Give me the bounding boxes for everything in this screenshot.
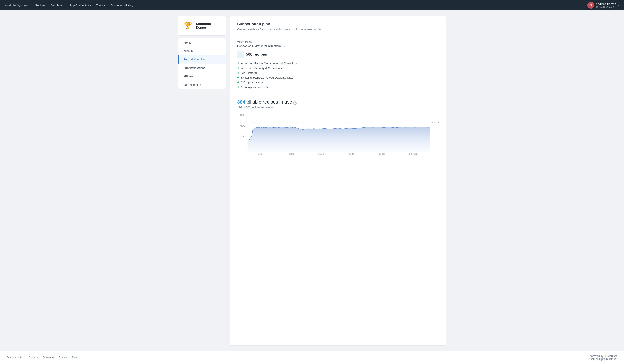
sidebar-item-profile[interactable]: Profile — [178, 38, 226, 47]
plus-icon-2: + — [237, 71, 239, 75]
feature-item-1: + Advanced Security & Compliance — [237, 66, 439, 70]
feature-item-0: + Advanced Recipe Management & Operation… — [237, 61, 439, 66]
navbar-left: workatoSystems Recipes Dashboard App Con… — [5, 3, 133, 7]
sidebar-item-data-retention[interactable]: Data retention — [178, 81, 226, 89]
page-subtitle: Get an overview of your plan and how muc… — [237, 28, 439, 31]
usage-section: 384 billable recipes in use ? 116 of 500… — [237, 99, 439, 156]
divider-2 — [237, 95, 439, 95]
svg-rect-2 — [239, 53, 242, 53]
sidebar-item-api-key[interactable]: API key — [178, 72, 226, 81]
sidebar-item-subscription-plan[interactable]: Subscription plan — [178, 55, 226, 64]
plan-renew: Renews on 6 May, 2021 at 8:40pm PDT — [237, 44, 439, 48]
footer-link-documentation[interactable]: Documentation — [7, 356, 25, 359]
user-menu-chevron-icon: ▾ — [618, 4, 619, 6]
powered-by-logo-text: workato — [608, 355, 617, 358]
plan-label: YOUR PLAN — [237, 41, 439, 43]
sidebar-profile-card: 🏆 Solutions Demos — [178, 16, 226, 36]
feature-item-5: + 2 Enterprise workbots — [237, 85, 439, 89]
footer-link-terms[interactable]: Terms — [72, 356, 79, 359]
svg-text:Jun: Jun — [289, 153, 294, 155]
sidebar: 🏆 Solutions Demos Profile Account Subscr… — [178, 16, 226, 346]
navbar-links: Recipes Dashboard App Connections Tools … — [35, 4, 133, 7]
feature-item-2: + API Platform — [237, 70, 439, 75]
user-name: Solution Demos — [596, 2, 616, 6]
svg-text:Plan limit (500): Plan limit (500) — [431, 121, 439, 123]
usage-title: 384 billable recipes in use ? — [237, 99, 439, 105]
svg-text:Oct: Oct — [349, 153, 354, 155]
footer-powered: powered by ⚡ workato 2021. All rights re… — [588, 355, 617, 361]
powered-by-text: powered by — [590, 355, 603, 358]
plan-icon — [237, 51, 244, 58]
footer-links: Documentation Courses Developer Privacy … — [7, 356, 79, 359]
sidebar-item-account[interactable]: Account — [178, 47, 226, 55]
svg-text:Feb '21: Feb '21 — [407, 153, 417, 155]
navbar: workatoSystems Recipes Dashboard App Con… — [0, 0, 624, 10]
nav-recipes[interactable]: Recipes — [35, 4, 46, 7]
sidebar-nav: Profile Account Subscription plan Error … — [178, 38, 226, 89]
page-title: Subscription plan — [237, 22, 439, 26]
divider-1 — [237, 36, 439, 36]
usage-subtitle: 116 of 500 recipes remaining — [237, 106, 439, 109]
feature-list: + Advanced Recipe Management & Operation… — [237, 61, 439, 89]
navbar-logo[interactable]: workatoSystems — [5, 3, 28, 7]
svg-text:G: G — [590, 3, 592, 7]
trophy-icon: 🏆 — [183, 20, 193, 31]
main-panel: Subscription plan Get an overview of you… — [230, 16, 446, 346]
copyright: 2021. All rights reserved. — [588, 358, 617, 361]
svg-text:Apr: Apr — [259, 153, 264, 155]
plus-icon-4: + — [237, 81, 239, 84]
sidebar-item-error-notifications[interactable]: Error notifications — [178, 64, 226, 72]
svg-text:Aug: Aug — [318, 153, 324, 155]
svg-text:Dec: Dec — [379, 153, 385, 155]
svg-text:200: 200 — [240, 135, 245, 138]
main-content: 🏆 Solutions Demos Profile Account Subscr… — [171, 10, 453, 351]
navbar-user-menu[interactable]: G Solution Demos Grace N (Admin) ▾ — [587, 2, 619, 9]
plan-recipes-count: 500 recipes — [246, 52, 267, 57]
nav-dashboard[interactable]: Dashboard — [51, 4, 65, 7]
user-sub: Grace N (Admin) — [596, 6, 616, 8]
footer: Documentation Courses Developer Privacy … — [0, 351, 624, 364]
logo-text: workato — [5, 3, 16, 7]
usage-count: 384 — [237, 99, 245, 105]
plus-icon-5: + — [237, 85, 239, 89]
powered-by-logo: ⚡ — [604, 355, 608, 358]
svg-rect-3 — [239, 54, 242, 54]
user-info: Solution Demos Grace N (Admin) — [596, 2, 616, 8]
feature-item-3: + Snowflake/ETL/ELT/Cloud-DW/Data lakes — [237, 75, 439, 80]
usage-remaining: 116 of 500 recipes remaining — [237, 106, 274, 109]
footer-link-privacy[interactable]: Privacy — [59, 356, 67, 359]
svg-text:0: 0 — [244, 150, 245, 152]
nav-app-connections[interactable]: App Connections — [70, 4, 91, 7]
avatar: G — [587, 2, 594, 9]
plus-icon-0: + — [237, 61, 239, 65]
nav-community-library[interactable]: Community library — [110, 4, 133, 7]
nav-tools[interactable]: Tools ▾ — [96, 4, 105, 7]
footer-link-developer[interactable]: Developer — [43, 356, 54, 359]
footer-link-courses[interactable]: Courses — [29, 356, 39, 359]
svg-text:600: 600 — [240, 114, 245, 117]
feature-item-4: + 2 On-prem agents — [237, 80, 439, 85]
help-icon[interactable]: ? — [293, 101, 297, 105]
svg-rect-4 — [239, 55, 242, 55]
plan-highlight: 500 recipes — [237, 51, 439, 58]
chart-container: 600 400 200 0 Plan limit (500) — [237, 112, 439, 156]
tools-chevron-icon: ▾ — [104, 4, 105, 7]
usage-label: billable recipes in use — [247, 99, 292, 105]
usage-chart: 600 400 200 0 Plan limit (500) — [237, 112, 439, 156]
plus-icon-1: + — [237, 66, 239, 70]
logo-sub: Systems — [17, 3, 28, 7]
svg-text:400: 400 — [240, 125, 245, 127]
sidebar-profile-name: Solutions Demos — [196, 22, 221, 29]
plus-icon-3: + — [237, 76, 239, 79]
